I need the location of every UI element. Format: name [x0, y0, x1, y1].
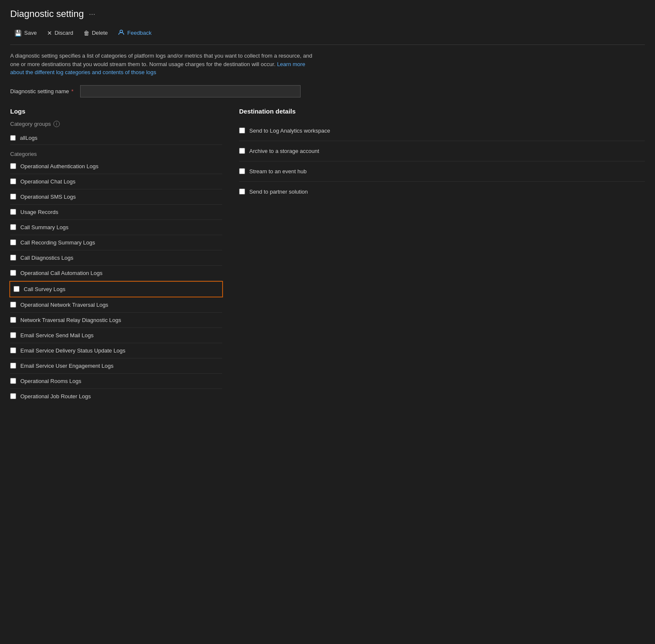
destination-section-title: Destination details: [239, 108, 645, 115]
log-label-op-auth[interactable]: Operational Authentication Logs: [20, 163, 98, 169]
discard-icon: ✕: [47, 30, 52, 36]
save-label: Save: [24, 30, 37, 36]
log-checkbox-email-user-engagement[interactable]: [10, 363, 16, 369]
dest-checkbox-partner-solution[interactable]: [239, 189, 245, 194]
page-title-row: Diagnostic setting ···: [10, 8, 645, 19]
log-checkbox-op-network-traversal[interactable]: [10, 302, 16, 308]
main-content: Logs Category groups i allLogs Categorie…: [10, 108, 645, 404]
log-checkbox-op-auth[interactable]: [10, 163, 16, 169]
dest-item-storage-account: Archive to a storage account: [239, 141, 645, 161]
log-checkbox-email-delivery-status[interactable]: [10, 347, 16, 353]
dest-label-storage-account[interactable]: Archive to a storage account: [249, 148, 319, 154]
log-checkbox-call-recording-summary[interactable]: [10, 239, 16, 245]
dest-checkbox-storage-account[interactable]: [239, 148, 245, 154]
log-label-op-chat[interactable]: Operational Chat Logs: [20, 178, 75, 185]
log-item-call-summary: Call Summary Logs: [10, 220, 222, 235]
setting-name-input[interactable]: [80, 85, 301, 97]
dest-item-log-analytics: Send to Log Analytics workspace: [239, 121, 645, 141]
page-container: Diagnostic setting ··· 💾 Save ✕ Discard …: [0, 0, 655, 412]
log-label-network-traversal-relay[interactable]: Network Traversal Relay Diagnostic Logs: [20, 317, 121, 323]
log-label-call-diagnostics[interactable]: Call Diagnostics Logs: [20, 255, 73, 261]
log-label-call-summary[interactable]: Call Summary Logs: [20, 224, 68, 230]
log-checkbox-op-sms[interactable]: [10, 194, 16, 200]
dest-checkbox-log-analytics[interactable]: [239, 128, 245, 133]
categories-label: Categories: [10, 151, 222, 157]
discard-label: Discard: [55, 30, 73, 36]
discard-button[interactable]: ✕ Discard: [43, 27, 78, 39]
delete-label: Delete: [92, 30, 108, 36]
log-item-network-traversal-relay: Network Traversal Relay Diagnostic Logs: [10, 313, 222, 328]
log-item-op-chat: Operational Chat Logs: [10, 174, 222, 189]
feedback-icon: [118, 29, 125, 37]
log-item-email-user-engagement: Email Service User Engagement Logs: [10, 358, 222, 374]
log-checkbox-op-job-router[interactable]: [10, 393, 16, 399]
log-item-op-sms: Operational SMS Logs: [10, 189, 222, 205]
category-groups-label: Category groups i: [10, 121, 222, 127]
save-icon: 💾: [14, 30, 22, 36]
feedback-label: Feedback: [127, 30, 151, 36]
setting-name-row: Diagnostic setting name *: [10, 85, 645, 97]
logs-section: Logs Category groups i allLogs Categorie…: [10, 108, 222, 404]
feedback-button[interactable]: Feedback: [114, 26, 156, 39]
log-item-op-auth: Operational Authentication Logs: [10, 159, 222, 174]
log-label-op-sms[interactable]: Operational SMS Logs: [20, 194, 76, 200]
log-checkbox-op-rooms[interactable]: [10, 378, 16, 384]
dest-item-partner-solution: Send to partner solution: [239, 182, 645, 202]
log-checkbox-call-summary[interactable]: [10, 224, 16, 230]
svg-point-0: [120, 30, 123, 33]
save-button[interactable]: 💾 Save: [10, 27, 41, 39]
log-item-op-rooms: Operational Rooms Logs: [10, 374, 222, 389]
info-icon[interactable]: i: [53, 121, 60, 127]
log-checkbox-network-traversal-relay[interactable]: [10, 317, 16, 323]
log-item-op-call-automation: Operational Call Automation Logs: [10, 266, 222, 281]
alllogs-checkbox[interactable]: [10, 135, 16, 141]
setting-name-label: Diagnostic setting name *: [10, 88, 73, 94]
log-label-op-rooms[interactable]: Operational Rooms Logs: [20, 378, 81, 384]
log-items-container: Operational Authentication LogsOperation…: [10, 159, 222, 404]
dest-item-event-hub: Stream to an event hub: [239, 161, 645, 182]
log-label-call-recording-summary[interactable]: Call Recording Summary Logs: [20, 239, 95, 246]
log-item-op-network-traversal: Operational Network Traversal Logs: [10, 297, 222, 313]
log-label-op-call-automation[interactable]: Operational Call Automation Logs: [20, 270, 103, 276]
more-options-icon[interactable]: ···: [89, 10, 95, 19]
log-checkbox-email-send-mail[interactable]: [10, 332, 16, 338]
log-label-email-user-engagement[interactable]: Email Service User Engagement Logs: [20, 363, 114, 369]
alllogs-row: allLogs: [10, 131, 222, 145]
dest-label-event-hub[interactable]: Stream to an event hub: [249, 168, 307, 175]
delete-icon: 🗑: [84, 30, 89, 36]
log-label-op-network-traversal[interactable]: Operational Network Traversal Logs: [20, 302, 108, 308]
log-item-op-job-router: Operational Job Router Logs: [10, 389, 222, 404]
destination-section: Destination details Send to Log Analytic…: [239, 108, 645, 202]
log-checkbox-op-chat[interactable]: [10, 178, 16, 184]
log-label-usage-records[interactable]: Usage Records: [20, 209, 59, 215]
log-item-usage-records: Usage Records: [10, 205, 222, 220]
log-item-call-recording-summary: Call Recording Summary Logs: [10, 235, 222, 250]
log-item-email-delivery-status: Email Service Delivery Status Update Log…: [10, 343, 222, 358]
log-item-call-survey: Call Survey Logs: [9, 281, 223, 297]
delete-button[interactable]: 🗑 Delete: [79, 27, 112, 39]
dest-label-partner-solution[interactable]: Send to partner solution: [249, 189, 308, 195]
description-text: A diagnostic setting specifies a list of…: [10, 52, 315, 77]
log-checkbox-usage-records[interactable]: [10, 209, 16, 215]
dest-checkbox-event-hub[interactable]: [239, 168, 245, 174]
required-indicator: *: [70, 88, 74, 94]
dest-label-log-analytics[interactable]: Send to Log Analytics workspace: [249, 128, 330, 134]
alllogs-section: allLogs: [10, 131, 222, 145]
dest-items-container: Send to Log Analytics workspaceArchive t…: [239, 121, 645, 202]
log-label-email-delivery-status[interactable]: Email Service Delivery Status Update Log…: [20, 347, 125, 354]
log-label-email-send-mail[interactable]: Email Service Send Mail Logs: [20, 332, 94, 339]
alllogs-label[interactable]: allLogs: [20, 135, 37, 141]
log-item-email-send-mail: Email Service Send Mail Logs: [10, 328, 222, 343]
logs-section-title: Logs: [10, 108, 222, 115]
log-checkbox-call-diagnostics[interactable]: [10, 255, 16, 261]
log-label-op-job-router[interactable]: Operational Job Router Logs: [20, 393, 91, 400]
log-label-call-survey[interactable]: Call Survey Logs: [24, 286, 65, 292]
page-title: Diagnostic setting: [10, 8, 84, 19]
log-item-call-diagnostics: Call Diagnostics Logs: [10, 250, 222, 266]
toolbar: 💾 Save ✕ Discard 🗑 Delete Feedback: [10, 26, 645, 45]
log-checkbox-op-call-automation[interactable]: [10, 270, 16, 276]
log-checkbox-call-survey[interactable]: [14, 286, 20, 292]
